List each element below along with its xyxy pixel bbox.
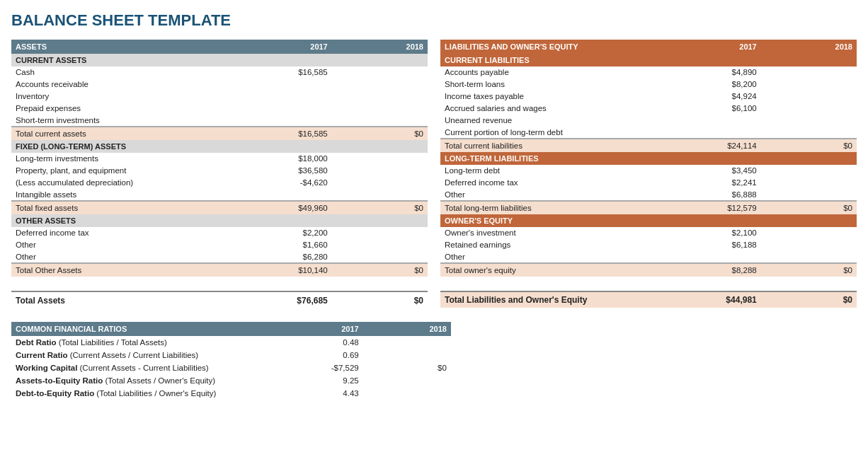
- cl-total-2018: $0: [761, 139, 857, 152]
- dit-label: Deferred income tax: [11, 227, 240, 239]
- ap-2017: $4,890: [669, 66, 760, 79]
- total-assets-2017: $76,685: [240, 291, 331, 309]
- current-assets-total-2017: $16,585: [240, 127, 331, 140]
- table-row: Long-term debt $3,450: [440, 165, 857, 177]
- cpltd-label: Current portion of long-term debt: [440, 127, 669, 139]
- asw-2018: [761, 103, 857, 115]
- current-ratio-2017: 0.69: [275, 349, 363, 361]
- re-2018: [761, 239, 857, 251]
- liabilities-table: LIABILITIES AND OWNER'S EQUITY 2017 2018…: [440, 40, 857, 308]
- table-row: (Less accumulated depreciation) -$4,620: [11, 177, 428, 189]
- ltl-total-2017: $12,579: [669, 201, 760, 214]
- sti-2017: [240, 115, 331, 127]
- total-liabilities-row: Total Liabilities and Owner's Equity $44…: [440, 291, 857, 308]
- lti-2018: [332, 153, 428, 165]
- assets-table: ASSETS 2017 2018 CURRENT ASSETS Cash $16…: [11, 40, 428, 309]
- ltl-label: LONG-TERM LIABILITIES: [440, 152, 857, 165]
- fixed-assets-label: FIXED (LONG-TERM) ASSETS: [11, 140, 428, 153]
- fixed-assets-total-label: Total fixed assets: [11, 201, 240, 214]
- ltl-other-label: Other: [440, 189, 669, 202]
- other-assets-total-label: Total Other Assets: [11, 263, 240, 277]
- total-liab-2017: $44,981: [669, 291, 760, 308]
- right-panel: LIABILITIES AND OWNER'S EQUITY 2017 2018…: [440, 40, 857, 309]
- left-panel: ASSETS 2017 2018 CURRENT ASSETS Cash $16…: [11, 40, 428, 309]
- table-row: Other $6,888: [440, 189, 857, 202]
- dit2-2017: $2,241: [669, 177, 760, 189]
- table-row: Owner's investment $2,100: [440, 227, 857, 239]
- asw-2017: $6,100: [669, 103, 760, 115]
- oe-other-label: Other: [440, 251, 669, 264]
- intangible-2018: [332, 189, 428, 202]
- debt-ratio-2018: [363, 336, 451, 349]
- itp-2018: [761, 91, 857, 103]
- debt-ratio-label: Debt Ratio (Total Liabilities / Total As…: [11, 336, 275, 349]
- stl-2018: [761, 79, 857, 91]
- ur-2018: [761, 115, 857, 127]
- fixed-assets-header: FIXED (LONG-TERM) ASSETS: [11, 140, 428, 153]
- table-row: Intangible assets: [11, 189, 428, 202]
- intangible-2017: [240, 189, 331, 202]
- table-row: Other $6,280: [11, 251, 428, 264]
- oe-header: OWNER'S EQUITY: [440, 214, 857, 227]
- liabilities-header: LIABILITIES AND OWNER'S EQUITY 2017 2018: [440, 40, 857, 54]
- ratios-col3: 2018: [363, 322, 451, 336]
- ratios-table: COMMON FINANCIAL RATIOS 2017 2018 Debt R…: [11, 322, 451, 400]
- ratios-col1: COMMON FINANCIAL RATIOS: [11, 322, 275, 336]
- ratio-row: Debt Ratio (Total Liabilities / Total As…: [11, 336, 451, 349]
- ar-2017: [240, 79, 331, 91]
- current-assets-header: CURRENT ASSETS: [11, 54, 428, 66]
- other-assets-total-2017: $10,140: [240, 263, 331, 277]
- sti-label: Short-term investments: [11, 115, 240, 127]
- table-row: Short-term investments: [11, 115, 428, 127]
- other1-2017: $1,660: [240, 239, 331, 251]
- inventory-2018: [332, 91, 428, 103]
- oi-label: Owner's investment: [440, 227, 669, 239]
- ratios-header-row: COMMON FINANCIAL RATIOS 2017 2018: [11, 322, 451, 336]
- ur-2017: [669, 115, 760, 127]
- assets-col2-header: 2017: [240, 40, 331, 54]
- prepaid-2018: [332, 103, 428, 115]
- fixed-assets-total: Total fixed assets $49,960 $0: [11, 201, 428, 214]
- dep-label: (Less accumulated depreciation): [11, 177, 240, 189]
- ltl-total: Total long-term liabilities $12,579 $0: [440, 201, 857, 214]
- total-assets-row: Total Assets $76,685 $0: [11, 291, 428, 309]
- total-liab-2018: $0: [761, 291, 857, 308]
- assets-col3-header: 2018: [332, 40, 428, 54]
- liab-col2-header: 2017: [669, 40, 760, 54]
- table-row: Accounts payable $4,890: [440, 66, 857, 79]
- lti-label: Long-term investments: [11, 153, 240, 165]
- table-row: Accrued salaries and wages $6,100: [440, 103, 857, 115]
- asw-label: Accrued salaries and wages: [440, 103, 669, 115]
- current-assets-total-2018: $0: [332, 127, 428, 140]
- ltl-other-2017: $6,888: [669, 189, 760, 202]
- oe-total: Total owner's equity $8,288 $0: [440, 263, 857, 277]
- ltd-2017: $3,450: [669, 165, 760, 177]
- cpltd-2018: [761, 127, 857, 139]
- dit2-label: Deferred income tax: [440, 177, 669, 189]
- re-2017: $6,188: [669, 239, 760, 251]
- other2-2017: $6,280: [240, 251, 331, 264]
- liab-col3-header: 2018: [761, 40, 857, 54]
- current-liabilities-total: Total current liabilities $24,114 $0: [440, 139, 857, 152]
- table-row: Retained earnings $6,188: [440, 239, 857, 251]
- working-capital-2018: $0: [363, 361, 451, 374]
- stl-2017: $8,200: [669, 79, 760, 91]
- table-row: Income taxes payable $4,924: [440, 91, 857, 103]
- cl-total-label: Total current liabilities: [440, 139, 669, 152]
- total-assets-2018: $0: [332, 291, 428, 309]
- dte-ratio-2018: [363, 387, 451, 400]
- current-assets-total-label: Total current assets: [11, 127, 240, 140]
- table-row: Current portion of long-term debt: [440, 127, 857, 139]
- table-row: Other $1,660: [11, 239, 428, 251]
- table-row: Prepaid expenses: [11, 103, 428, 115]
- ratios-section: COMMON FINANCIAL RATIOS 2017 2018 Debt R…: [11, 322, 857, 400]
- oe-total-label: Total owner's equity: [440, 263, 669, 277]
- ltl-header: LONG-TERM LIABILITIES: [440, 152, 857, 165]
- fixed-assets-total-2017: $49,960: [240, 201, 331, 214]
- table-row: Property, plant, and equipment $36,580: [11, 165, 428, 177]
- ltd-2018: [761, 165, 857, 177]
- ratios-col2: 2017: [275, 322, 363, 336]
- dit-2017: $2,200: [240, 227, 331, 239]
- current-assets-label: CURRENT ASSETS: [11, 54, 428, 66]
- working-capital-2017: -$7,529: [275, 361, 363, 374]
